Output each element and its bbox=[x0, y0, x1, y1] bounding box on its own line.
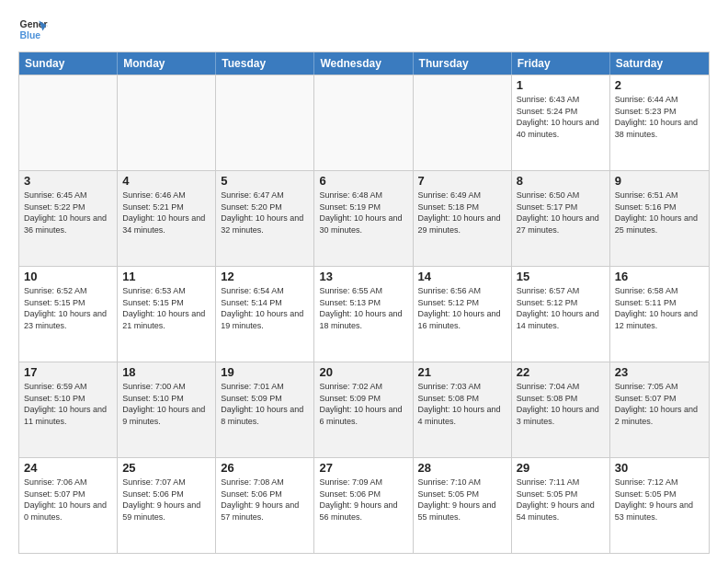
day-number: 1 bbox=[517, 78, 605, 92]
cell-text: Sunrise: 6:51 AM Sunset: 5:16 PM Dayligh… bbox=[615, 190, 704, 236]
calendar-cell: 8Sunrise: 6:50 AM Sunset: 5:17 PM Daylig… bbox=[512, 171, 610, 266]
day-number: 30 bbox=[615, 461, 704, 475]
cell-text: Sunrise: 6:56 AM Sunset: 5:12 PM Dayligh… bbox=[418, 285, 506, 331]
cell-text: Sunrise: 6:52 AM Sunset: 5:15 PM Dayligh… bbox=[24, 285, 112, 331]
calendar-cell: 25Sunrise: 7:07 AM Sunset: 5:06 PM Dayli… bbox=[118, 458, 216, 553]
cell-text: Sunrise: 6:45 AM Sunset: 5:22 PM Dayligh… bbox=[24, 190, 112, 236]
day-number: 22 bbox=[517, 365, 605, 379]
day-number: 13 bbox=[319, 270, 407, 283]
calendar-row-1: 1Sunrise: 6:43 AM Sunset: 5:24 PM Daylig… bbox=[19, 75, 709, 170]
day-number: 21 bbox=[418, 365, 506, 379]
header-cell-wednesday: Wednesday bbox=[314, 52, 413, 75]
calendar-cell: 3Sunrise: 6:45 AM Sunset: 5:22 PM Daylig… bbox=[19, 171, 118, 266]
calendar-cell: 7Sunrise: 6:49 AM Sunset: 5:18 PM Daylig… bbox=[414, 171, 512, 266]
day-number: 3 bbox=[24, 174, 112, 188]
calendar-cell: 24Sunrise: 7:06 AM Sunset: 5:07 PM Dayli… bbox=[19, 458, 118, 553]
day-number: 24 bbox=[24, 461, 112, 475]
day-number: 4 bbox=[122, 174, 210, 188]
cell-text: Sunrise: 7:07 AM Sunset: 5:06 PM Dayligh… bbox=[122, 477, 210, 523]
calendar-cell: 28Sunrise: 7:10 AM Sunset: 5:05 PM Dayli… bbox=[414, 458, 512, 553]
calendar-cell: 16Sunrise: 6:58 AM Sunset: 5:11 PM Dayli… bbox=[610, 267, 709, 362]
cell-text: Sunrise: 7:10 AM Sunset: 5:05 PM Dayligh… bbox=[418, 477, 506, 523]
calendar-cell: 10Sunrise: 6:52 AM Sunset: 5:15 PM Dayli… bbox=[19, 267, 118, 362]
header-cell-thursday: Thursday bbox=[414, 52, 512, 75]
cell-text: Sunrise: 7:06 AM Sunset: 5:07 PM Dayligh… bbox=[24, 477, 112, 523]
cell-text: Sunrise: 7:09 AM Sunset: 5:06 PM Dayligh… bbox=[319, 477, 407, 523]
day-number: 5 bbox=[221, 174, 309, 188]
cell-text: Sunrise: 6:53 AM Sunset: 5:15 PM Dayligh… bbox=[122, 285, 210, 331]
cell-text: Sunrise: 6:59 AM Sunset: 5:10 PM Dayligh… bbox=[24, 381, 112, 427]
day-number: 15 bbox=[517, 270, 605, 283]
calendar-cell: 19Sunrise: 7:01 AM Sunset: 5:09 PM Dayli… bbox=[216, 362, 314, 457]
day-number: 25 bbox=[122, 461, 210, 475]
day-number: 11 bbox=[122, 270, 210, 283]
calendar-cell: 13Sunrise: 6:55 AM Sunset: 5:13 PM Dayli… bbox=[314, 267, 413, 362]
cell-text: Sunrise: 6:50 AM Sunset: 5:17 PM Dayligh… bbox=[517, 190, 605, 236]
cell-text: Sunrise: 7:02 AM Sunset: 5:09 PM Dayligh… bbox=[319, 381, 407, 427]
calendar-cell: 20Sunrise: 7:02 AM Sunset: 5:09 PM Dayli… bbox=[314, 362, 413, 457]
cell-text: Sunrise: 6:55 AM Sunset: 5:13 PM Dayligh… bbox=[319, 285, 407, 331]
calendar-cell: 17Sunrise: 6:59 AM Sunset: 5:10 PM Dayli… bbox=[19, 362, 118, 457]
calendar-cell bbox=[118, 75, 216, 170]
day-number: 12 bbox=[221, 270, 309, 283]
cell-text: Sunrise: 6:58 AM Sunset: 5:11 PM Dayligh… bbox=[615, 285, 704, 331]
cell-text: Sunrise: 7:08 AM Sunset: 5:06 PM Dayligh… bbox=[221, 477, 309, 523]
cell-text: Sunrise: 7:03 AM Sunset: 5:08 PM Dayligh… bbox=[418, 381, 506, 427]
calendar-row-5: 24Sunrise: 7:06 AM Sunset: 5:07 PM Dayli… bbox=[19, 457, 709, 553]
page: General Blue SundayMondayTuesdayWednesda… bbox=[0, 0, 728, 563]
day-number: 7 bbox=[418, 174, 506, 188]
day-number: 8 bbox=[517, 174, 605, 188]
day-number: 2 bbox=[615, 78, 704, 92]
header-cell-monday: Monday bbox=[118, 52, 216, 75]
day-number: 16 bbox=[615, 270, 704, 283]
calendar-cell bbox=[216, 75, 314, 170]
cell-text: Sunrise: 6:46 AM Sunset: 5:21 PM Dayligh… bbox=[122, 190, 210, 236]
calendar-cell bbox=[414, 75, 512, 170]
calendar-cell bbox=[314, 75, 413, 170]
day-number: 19 bbox=[221, 365, 309, 379]
cell-text: Sunrise: 6:48 AM Sunset: 5:19 PM Dayligh… bbox=[319, 190, 407, 236]
cell-text: Sunrise: 7:12 AM Sunset: 5:05 PM Dayligh… bbox=[615, 477, 704, 523]
cell-text: Sunrise: 6:47 AM Sunset: 5:20 PM Dayligh… bbox=[221, 190, 309, 236]
day-number: 10 bbox=[24, 270, 112, 283]
svg-text:Blue: Blue bbox=[20, 30, 41, 40]
header: General Blue bbox=[18, 15, 710, 44]
calendar-cell: 27Sunrise: 7:09 AM Sunset: 5:06 PM Dayli… bbox=[314, 458, 413, 553]
calendar-cell: 15Sunrise: 6:57 AM Sunset: 5:12 PM Dayli… bbox=[512, 267, 610, 362]
day-number: 28 bbox=[418, 461, 506, 475]
cell-text: Sunrise: 7:05 AM Sunset: 5:07 PM Dayligh… bbox=[615, 381, 704, 427]
cell-text: Sunrise: 7:00 AM Sunset: 5:10 PM Dayligh… bbox=[122, 381, 210, 427]
calendar-cell: 29Sunrise: 7:11 AM Sunset: 5:05 PM Dayli… bbox=[512, 458, 610, 553]
calendar-cell: 6Sunrise: 6:48 AM Sunset: 5:19 PM Daylig… bbox=[314, 171, 413, 266]
calendar-body: 1Sunrise: 6:43 AM Sunset: 5:24 PM Daylig… bbox=[19, 75, 709, 553]
calendar-row-2: 3Sunrise: 6:45 AM Sunset: 5:22 PM Daylig… bbox=[19, 170, 709, 266]
cell-text: Sunrise: 7:01 AM Sunset: 5:09 PM Dayligh… bbox=[221, 381, 309, 427]
calendar-cell: 21Sunrise: 7:03 AM Sunset: 5:08 PM Dayli… bbox=[414, 362, 512, 457]
calendar-cell: 1Sunrise: 6:43 AM Sunset: 5:24 PM Daylig… bbox=[512, 75, 610, 170]
day-number: 6 bbox=[319, 174, 407, 188]
cell-text: Sunrise: 6:49 AM Sunset: 5:18 PM Dayligh… bbox=[418, 190, 506, 236]
calendar-cell: 4Sunrise: 6:46 AM Sunset: 5:21 PM Daylig… bbox=[118, 171, 216, 266]
header-cell-sunday: Sunday bbox=[19, 52, 118, 75]
cell-text: Sunrise: 6:44 AM Sunset: 5:23 PM Dayligh… bbox=[615, 94, 704, 140]
day-number: 26 bbox=[221, 461, 309, 475]
calendar-cell bbox=[19, 75, 118, 170]
logo-icon: General Blue bbox=[18, 15, 48, 44]
calendar-cell: 23Sunrise: 7:05 AM Sunset: 5:07 PM Dayli… bbox=[610, 362, 709, 457]
calendar-row-3: 10Sunrise: 6:52 AM Sunset: 5:15 PM Dayli… bbox=[19, 266, 709, 362]
calendar-cell: 22Sunrise: 7:04 AM Sunset: 5:08 PM Dayli… bbox=[512, 362, 610, 457]
header-cell-tuesday: Tuesday bbox=[216, 52, 314, 75]
calendar-cell: 2Sunrise: 6:44 AM Sunset: 5:23 PM Daylig… bbox=[610, 75, 709, 170]
calendar-cell: 11Sunrise: 6:53 AM Sunset: 5:15 PM Dayli… bbox=[118, 267, 216, 362]
calendar-cell: 30Sunrise: 7:12 AM Sunset: 5:05 PM Dayli… bbox=[610, 458, 709, 553]
calendar-cell: 26Sunrise: 7:08 AM Sunset: 5:06 PM Dayli… bbox=[216, 458, 314, 553]
calendar-row-4: 17Sunrise: 6:59 AM Sunset: 5:10 PM Dayli… bbox=[19, 362, 709, 457]
calendar-cell: 18Sunrise: 7:00 AM Sunset: 5:10 PM Dayli… bbox=[118, 362, 216, 457]
day-number: 29 bbox=[517, 461, 605, 475]
cell-text: Sunrise: 6:57 AM Sunset: 5:12 PM Dayligh… bbox=[517, 285, 605, 331]
day-number: 18 bbox=[122, 365, 210, 379]
calendar-cell: 9Sunrise: 6:51 AM Sunset: 5:16 PM Daylig… bbox=[610, 171, 709, 266]
calendar-cell: 12Sunrise: 6:54 AM Sunset: 5:14 PM Dayli… bbox=[216, 267, 314, 362]
day-number: 9 bbox=[615, 174, 704, 188]
day-number: 17 bbox=[24, 365, 112, 379]
